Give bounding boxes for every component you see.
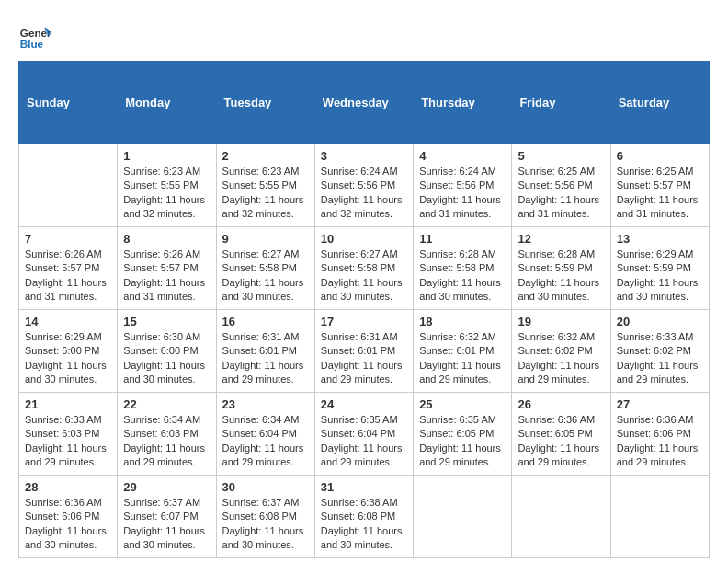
calendar-cell: 6Sunrise: 6:25 AMSunset: 5:57 PMDaylight… xyxy=(610,144,709,227)
day-info: Sunrise: 6:34 AMSunset: 6:03 PMDaylight:… xyxy=(123,413,210,470)
day-info: Sunrise: 6:29 AMSunset: 6:00 PMDaylight:… xyxy=(25,330,111,387)
calendar-cell: 20Sunrise: 6:33 AMSunset: 6:02 PMDayligh… xyxy=(610,310,709,393)
day-info: Sunrise: 6:36 AMSunset: 6:06 PMDaylight:… xyxy=(25,496,111,553)
logo: General Blue xyxy=(18,18,55,52)
day-info: Sunrise: 6:27 AMSunset: 5:58 PMDaylight:… xyxy=(321,247,407,304)
calendar-cell: 30Sunrise: 6:37 AMSunset: 6:08 PMDayligh… xyxy=(216,476,314,558)
calendar-cell xyxy=(512,476,610,558)
calendar-cell: 25Sunrise: 6:35 AMSunset: 6:05 PMDayligh… xyxy=(414,393,512,476)
day-info: Sunrise: 6:29 AMSunset: 5:59 PMDaylight:… xyxy=(617,247,703,304)
calendar-cell: 11Sunrise: 6:28 AMSunset: 5:58 PMDayligh… xyxy=(414,227,512,310)
day-info: Sunrise: 6:30 AMSunset: 6:00 PMDaylight:… xyxy=(123,330,210,387)
day-info: Sunrise: 6:23 AMSunset: 5:55 PMDaylight:… xyxy=(222,165,309,222)
day-number: 20 xyxy=(617,315,703,328)
svg-text:Blue: Blue xyxy=(20,38,44,50)
calendar-cell: 24Sunrise: 6:35 AMSunset: 6:04 PMDayligh… xyxy=(314,393,413,476)
day-number: 30 xyxy=(222,480,309,494)
day-number: 29 xyxy=(123,480,210,494)
day-info: Sunrise: 6:28 AMSunset: 5:59 PMDaylight:… xyxy=(518,247,604,304)
calendar-cell: 22Sunrise: 6:34 AMSunset: 6:03 PMDayligh… xyxy=(118,393,216,476)
calendar-week-3: 14Sunrise: 6:29 AMSunset: 6:00 PMDayligh… xyxy=(19,310,710,393)
weekday-header-friday: Friday xyxy=(512,62,610,144)
day-info: Sunrise: 6:37 AMSunset: 6:08 PMDaylight:… xyxy=(222,496,309,553)
calendar-week-1: 1Sunrise: 6:23 AMSunset: 5:55 PMDaylight… xyxy=(19,144,710,227)
calendar-cell: 23Sunrise: 6:34 AMSunset: 6:04 PMDayligh… xyxy=(216,393,314,476)
calendar-body: 1Sunrise: 6:23 AMSunset: 5:55 PMDaylight… xyxy=(19,144,710,558)
day-number: 15 xyxy=(123,315,210,328)
weekday-header-wednesday: Wednesday xyxy=(314,62,413,144)
calendar-cell: 12Sunrise: 6:28 AMSunset: 5:59 PMDayligh… xyxy=(512,227,610,310)
calendar-cell: 3Sunrise: 6:24 AMSunset: 5:56 PMDaylight… xyxy=(314,144,413,227)
day-info: Sunrise: 6:36 AMSunset: 6:06 PMDaylight:… xyxy=(617,413,703,470)
day-number: 2 xyxy=(222,149,309,163)
day-number: 1 xyxy=(123,149,210,163)
calendar-cell: 19Sunrise: 6:32 AMSunset: 6:02 PMDayligh… xyxy=(512,310,610,393)
calendar-cell: 27Sunrise: 6:36 AMSunset: 6:06 PMDayligh… xyxy=(610,393,709,476)
day-info: Sunrise: 6:32 AMSunset: 6:02 PMDaylight:… xyxy=(518,330,604,387)
calendar-cell: 5Sunrise: 6:25 AMSunset: 5:56 PMDaylight… xyxy=(512,144,610,227)
calendar-cell: 17Sunrise: 6:31 AMSunset: 6:01 PMDayligh… xyxy=(314,310,413,393)
day-number: 25 xyxy=(419,397,506,411)
day-number: 16 xyxy=(222,315,309,328)
day-number: 14 xyxy=(25,315,111,328)
calendar-cell xyxy=(610,476,709,558)
day-number: 17 xyxy=(321,315,407,328)
calendar-cell: 8Sunrise: 6:26 AMSunset: 5:57 PMDaylight… xyxy=(118,227,216,310)
day-info: Sunrise: 6:25 AMSunset: 5:56 PMDaylight:… xyxy=(518,165,604,222)
day-info: Sunrise: 6:34 AMSunset: 6:04 PMDaylight:… xyxy=(222,413,309,470)
day-info: Sunrise: 6:35 AMSunset: 6:05 PMDaylight:… xyxy=(419,413,506,470)
day-number: 22 xyxy=(123,397,210,411)
calendar-cell: 14Sunrise: 6:29 AMSunset: 6:00 PMDayligh… xyxy=(19,310,118,393)
day-number: 24 xyxy=(321,397,407,411)
day-number: 18 xyxy=(419,315,506,328)
day-number: 28 xyxy=(25,480,111,494)
day-info: Sunrise: 6:26 AMSunset: 5:57 PMDaylight:… xyxy=(25,247,111,304)
day-number: 6 xyxy=(617,149,703,163)
weekday-header-row: SundayMondayTuesdayWednesdayThursdayFrid… xyxy=(19,62,710,144)
day-number: 5 xyxy=(518,149,604,163)
day-info: Sunrise: 6:33 AMSunset: 6:02 PMDaylight:… xyxy=(617,330,703,387)
calendar-cell: 31Sunrise: 6:38 AMSunset: 6:08 PMDayligh… xyxy=(314,476,413,558)
calendar-cell: 2Sunrise: 6:23 AMSunset: 5:55 PMDaylight… xyxy=(216,144,314,227)
header: General Blue xyxy=(18,18,710,52)
day-number: 7 xyxy=(25,232,111,246)
weekday-header-thursday: Thursday xyxy=(414,62,512,144)
calendar-cell: 21Sunrise: 6:33 AMSunset: 6:03 PMDayligh… xyxy=(19,393,118,476)
day-info: Sunrise: 6:38 AMSunset: 6:08 PMDaylight:… xyxy=(321,496,407,553)
day-info: Sunrise: 6:26 AMSunset: 5:57 PMDaylight:… xyxy=(123,247,210,304)
calendar: SundayMondayTuesdayWednesdayThursdayFrid… xyxy=(18,61,710,558)
day-number: 4 xyxy=(419,149,506,163)
day-info: Sunrise: 6:24 AMSunset: 5:56 PMDaylight:… xyxy=(419,165,506,222)
calendar-cell: 18Sunrise: 6:32 AMSunset: 6:01 PMDayligh… xyxy=(414,310,512,393)
day-number: 21 xyxy=(25,397,111,411)
day-number: 12 xyxy=(518,232,604,246)
day-info: Sunrise: 6:31 AMSunset: 6:01 PMDaylight:… xyxy=(222,330,309,387)
calendar-cell: 26Sunrise: 6:36 AMSunset: 6:05 PMDayligh… xyxy=(512,393,610,476)
weekday-header-monday: Monday xyxy=(118,62,216,144)
day-info: Sunrise: 6:24 AMSunset: 5:56 PMDaylight:… xyxy=(321,165,407,222)
day-info: Sunrise: 6:35 AMSunset: 6:04 PMDaylight:… xyxy=(321,413,407,470)
calendar-cell: 1Sunrise: 6:23 AMSunset: 5:55 PMDaylight… xyxy=(118,144,216,227)
calendar-cell: 29Sunrise: 6:37 AMSunset: 6:07 PMDayligh… xyxy=(118,476,216,558)
day-number: 23 xyxy=(222,397,309,411)
day-info: Sunrise: 6:31 AMSunset: 6:01 PMDaylight:… xyxy=(321,330,407,387)
weekday-header-tuesday: Tuesday xyxy=(216,62,314,144)
calendar-cell: 15Sunrise: 6:30 AMSunset: 6:00 PMDayligh… xyxy=(118,310,216,393)
calendar-cell: 16Sunrise: 6:31 AMSunset: 6:01 PMDayligh… xyxy=(216,310,314,393)
calendar-cell: 7Sunrise: 6:26 AMSunset: 5:57 PMDaylight… xyxy=(19,227,118,310)
calendar-cell: 9Sunrise: 6:27 AMSunset: 5:58 PMDaylight… xyxy=(216,227,314,310)
day-info: Sunrise: 6:28 AMSunset: 5:58 PMDaylight:… xyxy=(419,247,506,304)
calendar-cell: 28Sunrise: 6:36 AMSunset: 6:06 PMDayligh… xyxy=(19,476,118,558)
day-info: Sunrise: 6:37 AMSunset: 6:07 PMDaylight:… xyxy=(123,496,210,553)
day-info: Sunrise: 6:33 AMSunset: 6:03 PMDaylight:… xyxy=(25,413,111,470)
day-number: 27 xyxy=(617,397,703,411)
calendar-cell xyxy=(414,476,512,558)
day-number: 26 xyxy=(518,397,604,411)
day-number: 11 xyxy=(419,232,506,246)
calendar-cell: 13Sunrise: 6:29 AMSunset: 5:59 PMDayligh… xyxy=(610,227,709,310)
day-info: Sunrise: 6:36 AMSunset: 6:05 PMDaylight:… xyxy=(518,413,604,470)
day-number: 13 xyxy=(617,232,703,246)
day-number: 31 xyxy=(321,480,407,494)
weekday-header-saturday: Saturday xyxy=(610,62,709,144)
calendar-week-4: 21Sunrise: 6:33 AMSunset: 6:03 PMDayligh… xyxy=(19,393,710,476)
